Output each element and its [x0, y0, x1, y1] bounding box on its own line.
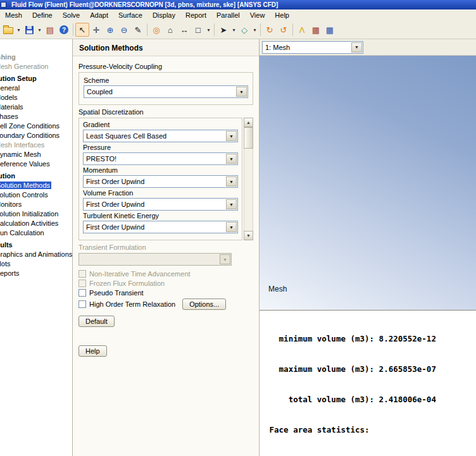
pressure-dropdown[interactable]: PRESTO! [83, 152, 238, 165]
measure-icon[interactable]: ↔ [177, 23, 191, 37]
transient-formulation-dropdown [78, 253, 232, 266]
scheme-dropdown[interactable]: Coupled [84, 85, 248, 98]
volume-fraction-label: Volume Fraction [83, 189, 238, 197]
menu-item-view[interactable]: View [245, 11, 270, 20]
grid-check-icon[interactable]: ▦ [309, 23, 323, 37]
menu-item-report[interactable]: Report [180, 11, 211, 20]
menu-item-solve[interactable]: Solve [58, 11, 85, 20]
tree-item-solution-initialization[interactable]: Solution Initialization [0, 209, 72, 219]
tree-item-cell-zone-conditions[interactable]: Cell Zone Conditions [0, 121, 72, 131]
gradient-dropdown[interactable]: Least Squares Cell Based [83, 130, 238, 142]
menu-item-parallel[interactable]: Parallel [211, 11, 245, 20]
toolbar-separator [214, 23, 215, 36]
frozen-flux-formulation-row: Frozen Flux Formulation [78, 280, 253, 287]
save-dropdown-icon[interactable]: ▾ [36, 23, 43, 37]
default-button[interactable]: Default [78, 316, 115, 327]
tree-item-solution-methods[interactable]: Solution Methods [0, 181, 72, 190]
graphics-window-selector[interactable]: 1: Mesh [262, 41, 363, 54]
tree-item-results[interactable]: Results [0, 240, 72, 250]
pseudo-transient-checkbox[interactable] [78, 289, 86, 297]
menu-bar: Mesh Define Solve Adapt Surface Display … [0, 9, 476, 21]
console-line: minimum volume (m3): 8.220552e-12 [265, 334, 476, 344]
save-icon[interactable] [22, 23, 36, 37]
tree-item-phases[interactable]: Phases [0, 112, 72, 121]
menu-item-define[interactable]: Define [27, 11, 58, 20]
spatial-scrollbar[interactable] [244, 118, 253, 240]
toolbar-separator [73, 23, 73, 36]
pan-tool-icon[interactable]: ✛ [89, 23, 103, 37]
diamond-marker-icon[interactable]: ◇ [237, 23, 251, 37]
pseudo-transient-row[interactable]: Pseudo Transient [78, 289, 253, 297]
tree-item-dynamic-mesh[interactable]: Dynamic Mesh [0, 150, 72, 159]
turbulent-kinetic-energy-label: Turbulent Kinetic Energy [83, 212, 238, 219]
sync-icon[interactable]: ↺ [277, 23, 291, 37]
tree-item-solution[interactable]: Solution [0, 171, 72, 181]
tree-item-models[interactable]: Models [0, 93, 72, 102]
chevron-down-icon[interactable] [226, 222, 237, 232]
menu-item-adapt[interactable]: Adapt [85, 11, 113, 20]
grid-edit-icon[interactable]: ▦ [323, 23, 337, 37]
help-button[interactable]: Help [78, 345, 107, 357]
chevron-down-icon[interactable] [236, 87, 247, 97]
navigation-tree: Meshing Mesh Generation Solution Setup G… [0, 39, 73, 456]
chevron-down-icon[interactable] [226, 154, 237, 164]
tree-item-plots[interactable]: Plots [0, 259, 72, 269]
help-icon[interactable]: ? [57, 23, 71, 37]
pointer-tool-icon[interactable]: ↖ [75, 23, 89, 37]
tree-item-mesh-interfaces[interactable]: Mesh Interfaces [0, 140, 72, 150]
scrollbar-thumb[interactable] [244, 127, 253, 149]
diamond-marker-dropdown-icon[interactable]: ▾ [251, 23, 258, 37]
display-mode-dropdown-icon[interactable]: ▾ [205, 23, 212, 37]
default-orientation-icon[interactable]: ⌂ [163, 23, 177, 37]
high-order-term-relaxation-row[interactable]: High Order Term Relaxation Options... [78, 299, 253, 310]
tree-item-monitors[interactable]: Monitors [0, 200, 72, 209]
fit-to-window-icon[interactable]: ◎ [149, 23, 163, 37]
probe-icon[interactable]: ✎ [131, 23, 145, 37]
ansys-logo-icon[interactable]: Λ [295, 23, 309, 37]
chevron-down-icon[interactable] [226, 199, 237, 209]
momentum-dropdown[interactable]: First Order Upwind [83, 175, 238, 188]
arrow-marker-dropdown-icon[interactable]: ▾ [230, 23, 237, 37]
options-button[interactable]: Options... [182, 299, 226, 310]
scroll-up-icon[interactable] [244, 118, 253, 127]
scroll-down-icon[interactable] [244, 231, 253, 240]
tree-item-boundary-conditions[interactable]: Boundary Conditions [0, 131, 72, 140]
tree-item-meshing[interactable]: Meshing [0, 52, 72, 62]
tree-item-solution-controls[interactable]: Solution Controls [0, 190, 72, 200]
tree-item-graphics-and-animations[interactable]: Graphics and Animations [0, 250, 72, 259]
pressure-label: Pressure [83, 144, 238, 151]
display-mode-icon[interactable]: □ [191, 23, 205, 37]
tree-item-mesh-generation[interactable]: Mesh Generation [0, 62, 72, 71]
chevron-down-icon[interactable] [351, 42, 362, 52]
zoom-out-icon[interactable]: ⊖ [117, 23, 131, 37]
tree-item-calculation-activities[interactable]: Calculation Activities [0, 219, 72, 228]
console-output[interactable]: minimum volume (m3): 8.220552e-12 maximu… [260, 310, 476, 456]
refresh-icon[interactable]: ↻ [263, 23, 277, 37]
tree-item-reports[interactable]: Reports [0, 269, 72, 278]
pressure-velocity-coupling-heading: Pressure-Velocity Coupling [78, 63, 253, 70]
open-dropdown-icon[interactable]: ▾ [15, 23, 22, 37]
menu-item-help[interactable]: Help [270, 11, 294, 20]
chevron-down-icon[interactable] [226, 131, 237, 141]
journal-icon[interactable]: ▤ [43, 23, 57, 37]
chevron-down-icon[interactable] [226, 176, 237, 187]
menu-item-mesh[interactable]: Mesh [0, 11, 27, 20]
frozen-flux-formulation-checkbox [78, 280, 86, 287]
tree-item-reference-values[interactable]: Reference Values [0, 159, 72, 169]
menu-item-surface[interactable]: Surface [113, 11, 147, 20]
volume-fraction-dropdown[interactable]: First Order Upwind [83, 198, 238, 211]
graphics-viewport[interactable]: Mesh [260, 56, 476, 310]
high-order-term-relaxation-checkbox[interactable] [78, 300, 86, 308]
turbulent-kinetic-energy-dropdown[interactable]: First Order Upwind [83, 221, 238, 233]
tree-item-general[interactable]: General [0, 83, 72, 93]
arrow-marker-icon[interactable]: ➤ [216, 23, 230, 37]
zoom-in-icon[interactable]: ⊕ [103, 23, 117, 37]
tree-item-run-calculation[interactable]: Run Calculation [0, 228, 72, 238]
tree-item-materials[interactable]: Materials [0, 102, 72, 112]
open-icon[interactable] [1, 23, 15, 37]
console-line: total volume (m3): 2.418006e-04 [265, 395, 476, 405]
menu-item-display[interactable]: Display [147, 11, 180, 20]
tree-item-solution-setup[interactable]: Solution Setup [0, 74, 72, 83]
graphics-and-console: 1: Mesh Mesh minimum volume (m3): 8.2205… [260, 39, 476, 456]
chevron-down-icon [220, 254, 230, 264]
